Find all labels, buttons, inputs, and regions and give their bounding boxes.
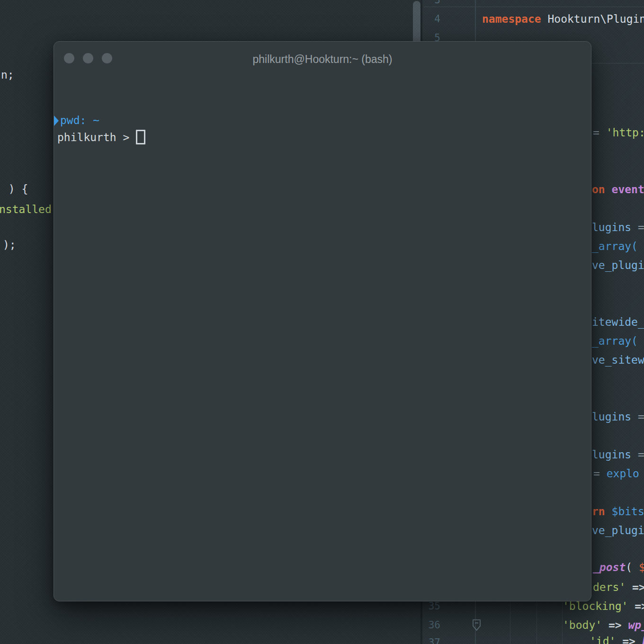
method-separator-line	[424, 7, 644, 7]
code-fragment: ders' =>	[593, 578, 644, 597]
code-token: lugins	[592, 411, 638, 423]
code-fragment: ve_sitew	[592, 350, 644, 369]
code-fragment: lugins =	[592, 218, 644, 237]
code-fragment: _array(	[592, 331, 638, 350]
code-token: =>	[616, 635, 635, 644]
code-fragment: lugins =	[592, 407, 644, 426]
code-fragment: on event	[592, 180, 644, 199]
code-token: _array(	[592, 240, 638, 252]
code-token: n;	[1, 69, 14, 81]
code-fragment: = explo	[593, 464, 639, 483]
code-token: namespace	[482, 13, 541, 25]
code-token: (	[626, 561, 639, 573]
code-token: ve_sitew	[592, 354, 644, 366]
terminal-prompt-text: philkurth >	[57, 131, 129, 143]
code-token: $	[639, 561, 644, 573]
code-token: lugins	[592, 221, 638, 233]
terminal-prompt-line: philkurth >	[54, 129, 145, 145]
code-token: =>	[628, 600, 644, 612]
terminal-content[interactable]: pwd: ~ philkurth >	[54, 73, 591, 601]
code-fragment: = 'http:	[593, 123, 644, 142]
code-token: explo	[607, 467, 639, 480]
code-token: );	[3, 239, 16, 251]
terminal-titlebar[interactable]: philkurth@Hookturn:~ (bash)	[54, 42, 591, 73]
line-number: 36	[417, 616, 440, 635]
screenshot-root: 345353637 n;] ) {nstalled); namespace Ho…	[0, 0, 644, 644]
code-token: 'http:	[606, 126, 644, 139]
code-token: rn	[592, 505, 612, 518]
code-token: on	[592, 183, 612, 196]
terminal-cursor	[136, 130, 145, 144]
code-token: ve_plugi	[592, 259, 644, 271]
code-token: =	[638, 448, 644, 461]
code-fragment: ve_plugi	[592, 256, 644, 275]
code-token: 'id'	[590, 635, 616, 644]
code-fragment: lugins =	[592, 445, 644, 464]
code-token: h	[635, 635, 644, 644]
code-token: =	[638, 221, 644, 233]
line-number: 37	[417, 633, 440, 644]
terminal-output-line: pwd: ~	[54, 112, 99, 128]
code-fragment: );	[3, 235, 16, 254]
code-token: lugins	[592, 448, 638, 461]
code-fragment: 'id' => h	[590, 632, 644, 644]
code-token: 'blocking'	[563, 600, 628, 612]
code-token: 'body'	[563, 619, 602, 631]
code-token: _array(	[592, 335, 638, 347]
code-token: ve_plugin	[592, 524, 644, 537]
code-fragment: namespace Hookturn\Plugin	[482, 9, 644, 28]
code-fragment: n;	[1, 65, 14, 84]
code-fragment: rn $bits[	[592, 502, 644, 521]
code-fragment: nstalled	[0, 200, 52, 219]
prompt-arrow-icon	[54, 116, 59, 126]
code-token: nstalled	[0, 203, 52, 215]
code-token: Hookturn\Plugin	[541, 13, 644, 25]
code-token: itewide_	[592, 316, 644, 328]
terminal-window[interactable]: philkurth@Hookturn:~ (bash) pwd: ~ philk…	[54, 41, 591, 601]
line-number: 3	[417, 0, 440, 9]
code-fragment: _post( $	[593, 558, 644, 577]
code-token: event	[612, 183, 644, 196]
terminal-window-title: philkurth@Hookturn:~ (bash)	[54, 53, 591, 66]
terminal-output-text: pwd: ~	[60, 114, 99, 126]
line-number: 4	[417, 9, 440, 28]
code-token: wp_	[622, 619, 644, 631]
code-token: ders'	[593, 581, 626, 593]
code-token: ] ) {	[0, 183, 28, 195]
code-token: =	[593, 126, 606, 139]
code-fragment: itewide_	[592, 313, 644, 331]
code-fragment: ] ) {	[0, 179, 28, 198]
code-token: _post	[593, 561, 626, 573]
code-token: =>	[626, 581, 644, 593]
code-token: $bits[	[612, 505, 644, 518]
code-token: =	[638, 411, 644, 423]
code-token: =>	[602, 619, 622, 631]
code-fragment: _array(	[592, 237, 638, 256]
code-fragment: ve_plugin	[592, 521, 644, 540]
code-token: =	[593, 467, 607, 480]
fold-region-icon[interactable]	[472, 619, 482, 631]
